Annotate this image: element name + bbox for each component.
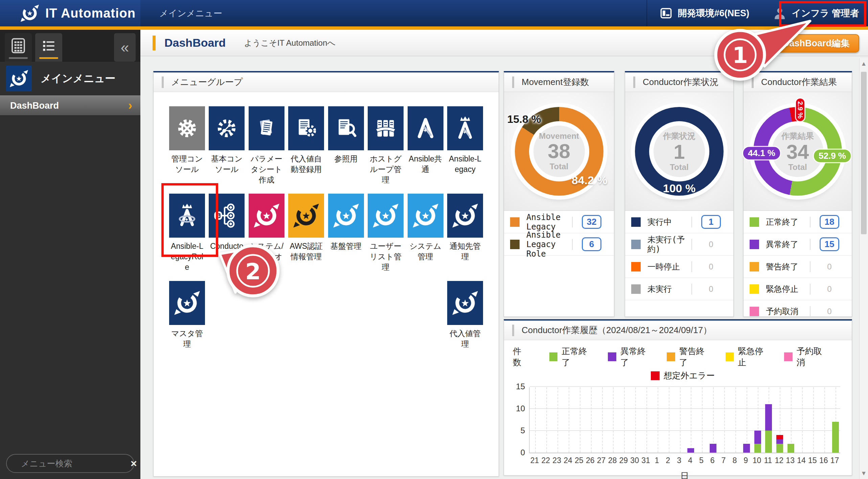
y-tick-label: 10 bbox=[516, 404, 525, 413]
x-tick-label: 26 bbox=[586, 456, 595, 465]
percent-label-abnormal: 44.1 % bbox=[743, 147, 780, 159]
status-panel-title: Conductor作業状況 bbox=[643, 76, 718, 88]
legend-label: 予約取消 bbox=[797, 346, 829, 368]
legend-label: 予約取消 bbox=[766, 307, 807, 316]
welcome-message: ようこそIT Automationへ bbox=[244, 38, 335, 48]
percent-label-normal: 52.9 % bbox=[814, 150, 851, 162]
scrollbar-down-icon[interactable]: ▼ bbox=[860, 470, 868, 477]
legend-label: Ansible Legacy Role bbox=[526, 230, 569, 259]
gridline-vertical bbox=[724, 387, 725, 453]
environment-selector[interactable]: 開発環境#6(NES) bbox=[646, 0, 749, 26]
legend-swatch bbox=[510, 240, 520, 249]
x-tick-label: 17 bbox=[830, 456, 839, 465]
x-tick-label: 4 bbox=[688, 456, 692, 465]
legend-divider bbox=[810, 284, 810, 295]
menu-search-box[interactable]: × bbox=[6, 454, 134, 473]
x-tick-label: 7 bbox=[722, 456, 726, 465]
count-zero: 0 bbox=[709, 284, 713, 293]
count-badge[interactable]: 18 bbox=[820, 215, 839, 229]
gridline-horizontal bbox=[530, 408, 840, 409]
it-automation-swirl-icon bbox=[20, 4, 39, 23]
history-legend: 件数 正常終了異常終了警告終了緊急停止予約取消 想定外エラー bbox=[513, 346, 843, 381]
legend-label: 異常終了 bbox=[766, 240, 807, 249]
swirl-icon bbox=[9, 69, 28, 88]
x-tick-label: 22 bbox=[541, 456, 550, 465]
menu-tile[interactable]: 通知先管理 bbox=[447, 194, 483, 276]
menu-tile-label: マスタ管理 bbox=[169, 328, 205, 349]
scrollbar-up-icon[interactable]: ▲ bbox=[860, 60, 868, 67]
x-tick-label: 27 bbox=[597, 456, 606, 465]
menu-tile[interactable]: 代入値管理 bbox=[447, 281, 483, 363]
legend-count: 0 bbox=[813, 307, 846, 316]
conductor-result-panel: Conductor作業結果 作業結果 34 Total 44.1 % 52.9 … bbox=[743, 71, 852, 317]
history-legend-row: 件数 正常終了異常終了警告終了緊急停止予約取消 bbox=[513, 346, 843, 368]
menu-tile[interactable]: Ansible-Legacy bbox=[447, 106, 483, 188]
menu-search-input[interactable] bbox=[20, 458, 131, 469]
menu-tile-label: パラメータシート作成 bbox=[249, 154, 284, 185]
menu-tile-label: 参照用 bbox=[328, 154, 364, 164]
sidebar-tabs: « bbox=[0, 30, 140, 62]
menu-tile-label: ホストグループ管理 bbox=[368, 154, 404, 185]
x-tick-label: 5 bbox=[699, 456, 704, 465]
legend-row: 未実行0 bbox=[625, 278, 733, 300]
menu-tile[interactable]: システム/シナリオ bbox=[249, 194, 284, 276]
scrollbar-thumb[interactable] bbox=[861, 72, 867, 234]
menu-tile[interactable]: 代入値自動登録用 bbox=[288, 106, 324, 188]
bar-segment bbox=[765, 431, 772, 453]
y-tick-label: 15 bbox=[516, 382, 525, 391]
legend-label: 警告終了 bbox=[679, 346, 711, 368]
legend-swatch bbox=[651, 371, 660, 380]
sidebar-tab-grid-view[interactable] bbox=[5, 33, 32, 62]
swirl-icon bbox=[169, 281, 205, 325]
menu-tile[interactable]: 参照用 bbox=[328, 106, 364, 188]
count-zero: 0 bbox=[709, 240, 713, 249]
count-badge[interactable]: 15 bbox=[820, 237, 839, 251]
menu-tile[interactable]: 基盤管理 bbox=[328, 194, 364, 276]
sheet-magnifier-icon bbox=[328, 106, 364, 150]
count-badge[interactable]: 6 bbox=[582, 237, 601, 251]
edit-pencil-icon bbox=[767, 38, 778, 49]
edit-button-label: DashBoard編集 bbox=[783, 37, 850, 49]
header-nav-main-menu[interactable]: メインメニュー bbox=[159, 7, 222, 19]
header-accent bbox=[162, 77, 164, 88]
gridline-vertical bbox=[624, 387, 625, 453]
legend-swatch bbox=[631, 217, 641, 227]
chevron-right-icon: › bbox=[128, 99, 132, 113]
conductor-history-panel: Conductor作業履歴（2024/08/21～2024/09/17） 件数 … bbox=[504, 319, 852, 476]
gridline-vertical bbox=[680, 387, 681, 453]
gridline-vertical bbox=[713, 387, 714, 453]
vertical-scrollbar[interactable]: ▲ ▼ bbox=[859, 58, 868, 479]
swirl-icon bbox=[447, 194, 483, 238]
menu-tile[interactable]: システム管理 bbox=[408, 194, 443, 276]
sidebar-collapse-button[interactable]: « bbox=[114, 33, 136, 62]
menu-tile[interactable]: ホストグループ管理 bbox=[368, 106, 404, 188]
menu-tile[interactable]: マスタ管理 bbox=[169, 281, 205, 363]
count-badge[interactable]: 32 bbox=[582, 215, 601, 229]
history-legend-item: 異常終了 bbox=[608, 346, 653, 368]
legend-label: 一時停止 bbox=[647, 262, 689, 271]
sidebar-tab-list-view[interactable] bbox=[35, 33, 62, 62]
menu-tile[interactable]: パラメータシート作成 bbox=[249, 106, 284, 188]
menu-tile[interactable]: ユーザーリスト管理 bbox=[368, 194, 404, 276]
menu-tile[interactable]: AWS認証情報管理 bbox=[288, 194, 324, 276]
count-badge[interactable]: 1 bbox=[701, 215, 721, 229]
bar-segment bbox=[754, 431, 761, 444]
legend-row: 実行中1 bbox=[625, 211, 733, 233]
legend-label: Ansible Legacy bbox=[526, 213, 569, 232]
x-tick-label: 1 bbox=[655, 456, 659, 465]
bar-segment bbox=[743, 444, 750, 453]
menu-tile[interactable]: Ansible共通 bbox=[408, 106, 443, 188]
menu-tile[interactable]: 管理コンソール bbox=[169, 106, 205, 188]
menu-group-panel: メニューグループ 管理コンソール基本コンソールパラメータシート作成代入値自動登録… bbox=[153, 71, 499, 477]
legend-label: 警告終了 bbox=[766, 262, 807, 271]
movement-donut-chart: Movement 38 Total 15.8 % 84.2 % bbox=[504, 92, 614, 211]
history-legend-item: 緊急停止 bbox=[726, 346, 770, 368]
search-clear-icon[interactable]: × bbox=[131, 457, 137, 470]
dashboard-edit-button[interactable]: DashBoard編集 bbox=[758, 34, 859, 52]
donut-center-label: Movement bbox=[539, 131, 579, 141]
sidebar-item-dashboard[interactable]: DashBoard › bbox=[0, 95, 140, 116]
menu-tile[interactable]: 基本コンソール bbox=[209, 106, 245, 188]
gridline-vertical bbox=[635, 387, 636, 453]
sidebar-item-label: DashBoard bbox=[10, 101, 128, 111]
grid-view-icon bbox=[10, 38, 26, 53]
